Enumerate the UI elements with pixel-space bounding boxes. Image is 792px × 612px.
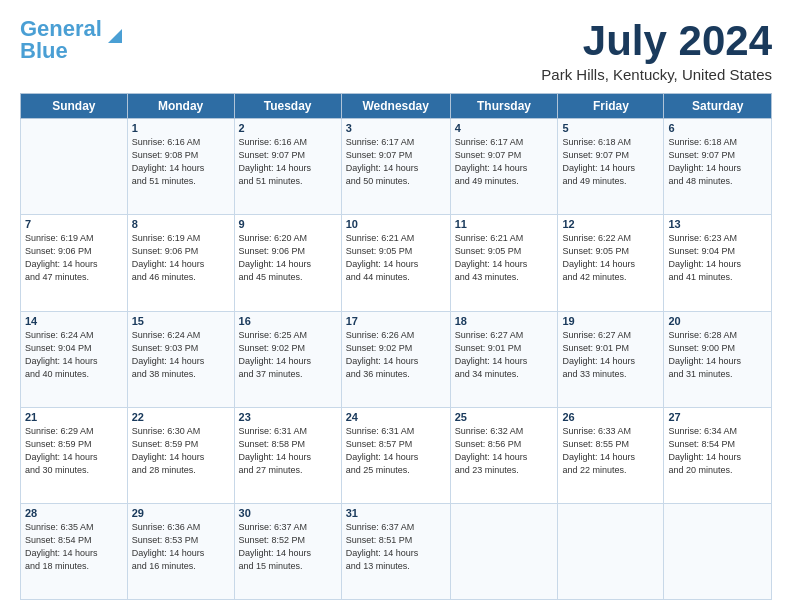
day-number: 17 bbox=[346, 315, 446, 327]
calendar-cell: 19Sunrise: 6:27 AM Sunset: 9:01 PM Dayli… bbox=[558, 311, 664, 407]
calendar-cell bbox=[450, 503, 558, 599]
calendar-cell: 4Sunrise: 6:17 AM Sunset: 9:07 PM Daylig… bbox=[450, 119, 558, 215]
day-number: 2 bbox=[239, 122, 337, 134]
calendar-cell: 12Sunrise: 6:22 AM Sunset: 9:05 PM Dayli… bbox=[558, 215, 664, 311]
day-info: Sunrise: 6:27 AM Sunset: 9:01 PM Dayligh… bbox=[455, 329, 554, 381]
day-info: Sunrise: 6:33 AM Sunset: 8:55 PM Dayligh… bbox=[562, 425, 659, 477]
day-number: 14 bbox=[25, 315, 123, 327]
day-header-friday: Friday bbox=[558, 94, 664, 119]
day-info: Sunrise: 6:25 AM Sunset: 9:02 PM Dayligh… bbox=[239, 329, 337, 381]
day-number: 18 bbox=[455, 315, 554, 327]
logo-icon bbox=[104, 25, 126, 47]
calendar-week-4: 28Sunrise: 6:35 AM Sunset: 8:54 PM Dayli… bbox=[21, 503, 772, 599]
day-number: 10 bbox=[346, 218, 446, 230]
day-number: 20 bbox=[668, 315, 767, 327]
calendar-cell: 13Sunrise: 6:23 AM Sunset: 9:04 PM Dayli… bbox=[664, 215, 772, 311]
calendar-cell bbox=[664, 503, 772, 599]
calendar-cell: 21Sunrise: 6:29 AM Sunset: 8:59 PM Dayli… bbox=[21, 407, 128, 503]
day-info: Sunrise: 6:28 AM Sunset: 9:00 PM Dayligh… bbox=[668, 329, 767, 381]
page: GeneralBlue July 2024 Park Hills, Kentuc… bbox=[0, 0, 792, 612]
calendar-cell: 7Sunrise: 6:19 AM Sunset: 9:06 PM Daylig… bbox=[21, 215, 128, 311]
calendar-cell: 20Sunrise: 6:28 AM Sunset: 9:00 PM Dayli… bbox=[664, 311, 772, 407]
day-number: 31 bbox=[346, 507, 446, 519]
calendar-cell bbox=[558, 503, 664, 599]
calendar-cell: 16Sunrise: 6:25 AM Sunset: 9:02 PM Dayli… bbox=[234, 311, 341, 407]
day-info: Sunrise: 6:36 AM Sunset: 8:53 PM Dayligh… bbox=[132, 521, 230, 573]
calendar-cell: 5Sunrise: 6:18 AM Sunset: 9:07 PM Daylig… bbox=[558, 119, 664, 215]
day-header-thursday: Thursday bbox=[450, 94, 558, 119]
day-info: Sunrise: 6:34 AM Sunset: 8:54 PM Dayligh… bbox=[668, 425, 767, 477]
day-info: Sunrise: 6:20 AM Sunset: 9:06 PM Dayligh… bbox=[239, 232, 337, 284]
calendar-cell: 11Sunrise: 6:21 AM Sunset: 9:05 PM Dayli… bbox=[450, 215, 558, 311]
day-header-sunday: Sunday bbox=[21, 94, 128, 119]
calendar-cell: 29Sunrise: 6:36 AM Sunset: 8:53 PM Dayli… bbox=[127, 503, 234, 599]
logo-text: GeneralBlue bbox=[20, 18, 102, 62]
day-number: 16 bbox=[239, 315, 337, 327]
day-info: Sunrise: 6:26 AM Sunset: 9:02 PM Dayligh… bbox=[346, 329, 446, 381]
day-number: 19 bbox=[562, 315, 659, 327]
calendar-table: SundayMondayTuesdayWednesdayThursdayFrid… bbox=[20, 93, 772, 600]
day-info: Sunrise: 6:32 AM Sunset: 8:56 PM Dayligh… bbox=[455, 425, 554, 477]
calendar-cell: 27Sunrise: 6:34 AM Sunset: 8:54 PM Dayli… bbox=[664, 407, 772, 503]
calendar-body: 1Sunrise: 6:16 AM Sunset: 9:08 PM Daylig… bbox=[21, 119, 772, 600]
day-number: 24 bbox=[346, 411, 446, 423]
month-title: July 2024 bbox=[541, 18, 772, 64]
calendar-header: SundayMondayTuesdayWednesdayThursdayFrid… bbox=[21, 94, 772, 119]
day-info: Sunrise: 6:30 AM Sunset: 8:59 PM Dayligh… bbox=[132, 425, 230, 477]
day-number: 4 bbox=[455, 122, 554, 134]
day-header-wednesday: Wednesday bbox=[341, 94, 450, 119]
day-number: 11 bbox=[455, 218, 554, 230]
day-info: Sunrise: 6:19 AM Sunset: 9:06 PM Dayligh… bbox=[132, 232, 230, 284]
day-number: 23 bbox=[239, 411, 337, 423]
calendar-cell: 26Sunrise: 6:33 AM Sunset: 8:55 PM Dayli… bbox=[558, 407, 664, 503]
calendar-week-1: 7Sunrise: 6:19 AM Sunset: 9:06 PM Daylig… bbox=[21, 215, 772, 311]
day-info: Sunrise: 6:22 AM Sunset: 9:05 PM Dayligh… bbox=[562, 232, 659, 284]
day-info: Sunrise: 6:19 AM Sunset: 9:06 PM Dayligh… bbox=[25, 232, 123, 284]
calendar-cell: 24Sunrise: 6:31 AM Sunset: 8:57 PM Dayli… bbox=[341, 407, 450, 503]
day-number: 13 bbox=[668, 218, 767, 230]
day-number: 28 bbox=[25, 507, 123, 519]
calendar-cell: 14Sunrise: 6:24 AM Sunset: 9:04 PM Dayli… bbox=[21, 311, 128, 407]
day-info: Sunrise: 6:24 AM Sunset: 9:03 PM Dayligh… bbox=[132, 329, 230, 381]
day-info: Sunrise: 6:27 AM Sunset: 9:01 PM Dayligh… bbox=[562, 329, 659, 381]
day-number: 8 bbox=[132, 218, 230, 230]
day-info: Sunrise: 6:37 AM Sunset: 8:51 PM Dayligh… bbox=[346, 521, 446, 573]
calendar-cell: 23Sunrise: 6:31 AM Sunset: 8:58 PM Dayli… bbox=[234, 407, 341, 503]
day-number: 3 bbox=[346, 122, 446, 134]
day-info: Sunrise: 6:18 AM Sunset: 9:07 PM Dayligh… bbox=[668, 136, 767, 188]
calendar-cell: 30Sunrise: 6:37 AM Sunset: 8:52 PM Dayli… bbox=[234, 503, 341, 599]
calendar-week-2: 14Sunrise: 6:24 AM Sunset: 9:04 PM Dayli… bbox=[21, 311, 772, 407]
calendar-cell: 18Sunrise: 6:27 AM Sunset: 9:01 PM Dayli… bbox=[450, 311, 558, 407]
calendar-cell: 31Sunrise: 6:37 AM Sunset: 8:51 PM Dayli… bbox=[341, 503, 450, 599]
day-header-tuesday: Tuesday bbox=[234, 94, 341, 119]
day-number: 6 bbox=[668, 122, 767, 134]
calendar-cell: 6Sunrise: 6:18 AM Sunset: 9:07 PM Daylig… bbox=[664, 119, 772, 215]
day-number: 1 bbox=[132, 122, 230, 134]
svg-marker-0 bbox=[108, 29, 122, 43]
calendar-cell: 25Sunrise: 6:32 AM Sunset: 8:56 PM Dayli… bbox=[450, 407, 558, 503]
calendar-cell: 3Sunrise: 6:17 AM Sunset: 9:07 PM Daylig… bbox=[341, 119, 450, 215]
day-number: 27 bbox=[668, 411, 767, 423]
calendar-cell: 2Sunrise: 6:16 AM Sunset: 9:07 PM Daylig… bbox=[234, 119, 341, 215]
calendar-cell: 1Sunrise: 6:16 AM Sunset: 9:08 PM Daylig… bbox=[127, 119, 234, 215]
calendar-week-0: 1Sunrise: 6:16 AM Sunset: 9:08 PM Daylig… bbox=[21, 119, 772, 215]
day-info: Sunrise: 6:24 AM Sunset: 9:04 PM Dayligh… bbox=[25, 329, 123, 381]
title-block: July 2024 Park Hills, Kentucky, United S… bbox=[541, 18, 772, 83]
logo: GeneralBlue bbox=[20, 18, 126, 62]
day-info: Sunrise: 6:17 AM Sunset: 9:07 PM Dayligh… bbox=[346, 136, 446, 188]
day-info: Sunrise: 6:31 AM Sunset: 8:57 PM Dayligh… bbox=[346, 425, 446, 477]
day-header-monday: Monday bbox=[127, 94, 234, 119]
day-info: Sunrise: 6:23 AM Sunset: 9:04 PM Dayligh… bbox=[668, 232, 767, 284]
calendar-cell: 15Sunrise: 6:24 AM Sunset: 9:03 PM Dayli… bbox=[127, 311, 234, 407]
calendar-cell bbox=[21, 119, 128, 215]
day-number: 9 bbox=[239, 218, 337, 230]
location-title: Park Hills, Kentucky, United States bbox=[541, 66, 772, 83]
day-number: 12 bbox=[562, 218, 659, 230]
calendar-cell: 8Sunrise: 6:19 AM Sunset: 9:06 PM Daylig… bbox=[127, 215, 234, 311]
day-number: 7 bbox=[25, 218, 123, 230]
day-number: 25 bbox=[455, 411, 554, 423]
day-info: Sunrise: 6:18 AM Sunset: 9:07 PM Dayligh… bbox=[562, 136, 659, 188]
day-info: Sunrise: 6:17 AM Sunset: 9:07 PM Dayligh… bbox=[455, 136, 554, 188]
day-info: Sunrise: 6:21 AM Sunset: 9:05 PM Dayligh… bbox=[346, 232, 446, 284]
calendar-cell: 10Sunrise: 6:21 AM Sunset: 9:05 PM Dayli… bbox=[341, 215, 450, 311]
